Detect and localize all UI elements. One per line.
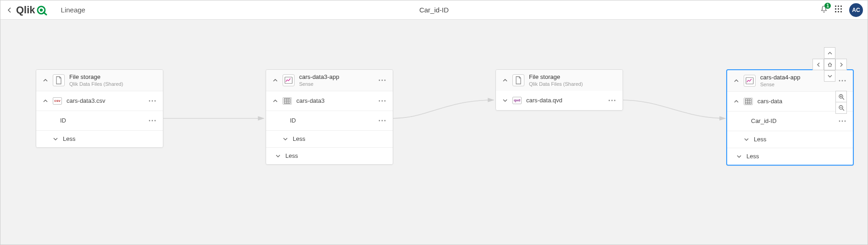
less-label: Less bbox=[285, 152, 388, 159]
node-title: File storage bbox=[529, 73, 618, 81]
svg-rect-3 bbox=[838, 6, 839, 7]
collapse-less-outer-row[interactable]: Less bbox=[727, 148, 853, 165]
zoom-in-button[interactable] bbox=[835, 91, 847, 102]
pan-control bbox=[812, 47, 847, 82]
node-subtitle: Qlik Data Files (Shared) bbox=[69, 81, 158, 87]
collapse-less-row[interactable]: Less bbox=[266, 131, 393, 148]
brand-text: Qlik bbox=[16, 4, 35, 16]
node-child-row[interactable]: csv cars-data3.csv bbox=[36, 91, 163, 111]
svg-point-14 bbox=[149, 120, 150, 121]
svg-rect-10 bbox=[840, 11, 842, 12]
chevron-up-icon[interactable] bbox=[41, 76, 50, 85]
field-name: ID bbox=[290, 117, 376, 124]
pan-home-button[interactable] bbox=[824, 59, 835, 70]
svg-point-1 bbox=[39, 8, 42, 11]
qlik-logo: Qlik bbox=[16, 4, 47, 16]
chevron-up-icon[interactable] bbox=[271, 96, 280, 106]
child-name: cars-data bbox=[757, 98, 836, 105]
chevron-down-icon bbox=[742, 135, 751, 144]
back-button[interactable] bbox=[5, 6, 14, 15]
chevron-down-icon bbox=[51, 134, 60, 144]
file-icon bbox=[53, 74, 65, 86]
node-title: cars-data3-app bbox=[299, 73, 376, 81]
pan-left-button[interactable] bbox=[812, 59, 824, 70]
node-header[interactable]: File storage Qlik Data Files (Shared) bbox=[36, 70, 163, 91]
qvd-icon: qvd bbox=[512, 97, 522, 104]
svg-rect-9 bbox=[838, 11, 839, 12]
svg-point-19 bbox=[382, 79, 383, 81]
page-name: Lineage bbox=[61, 6, 85, 14]
more-button[interactable] bbox=[376, 115, 388, 127]
more-button[interactable] bbox=[376, 74, 388, 86]
node-subtitle: Sense bbox=[299, 81, 376, 87]
svg-point-27 bbox=[382, 100, 383, 101]
svg-point-49 bbox=[845, 120, 846, 122]
notifications-button[interactable]: 1 bbox=[820, 5, 828, 15]
svg-line-51 bbox=[842, 98, 844, 100]
node-header[interactable]: File storage Qlik Data Files (Shared) bbox=[496, 70, 623, 91]
node-header[interactable]: cars-data3-app Sense bbox=[266, 70, 393, 91]
child-name: cars-data.qvd bbox=[526, 97, 606, 104]
zoom-control bbox=[835, 91, 847, 114]
collapse-less-row[interactable]: Less bbox=[727, 131, 853, 148]
app-icon bbox=[283, 74, 295, 86]
more-button[interactable] bbox=[606, 95, 618, 106]
chevron-down-icon[interactable] bbox=[501, 96, 510, 105]
pan-up-button[interactable] bbox=[824, 47, 835, 59]
svg-rect-39 bbox=[746, 99, 751, 104]
more-button[interactable] bbox=[146, 95, 158, 107]
lineage-node-app-2[interactable]: cars-data4-app Sense cars-data bbox=[726, 69, 854, 166]
app-launcher-button[interactable] bbox=[835, 5, 843, 15]
svg-point-33 bbox=[612, 100, 613, 101]
node-subtitle: Sense bbox=[760, 82, 836, 88]
lineage-node-app-1[interactable]: cars-data3-app Sense cars-data3 bbox=[266, 69, 393, 165]
zoom-out-button[interactable] bbox=[835, 102, 847, 114]
grid-icon bbox=[835, 5, 843, 13]
svg-rect-2 bbox=[835, 6, 836, 7]
node-child-row[interactable]: qvd cars-data.qvd bbox=[496, 91, 623, 110]
svg-rect-21 bbox=[284, 98, 290, 103]
csv-icon: csv bbox=[53, 97, 62, 105]
field-row[interactable]: ID bbox=[36, 111, 163, 131]
more-button[interactable] bbox=[836, 115, 848, 127]
svg-point-48 bbox=[842, 120, 843, 122]
svg-point-20 bbox=[384, 79, 386, 81]
notification-badge: 1 bbox=[824, 3, 831, 9]
child-name: cars-data3 bbox=[296, 97, 376, 104]
svg-line-55 bbox=[842, 109, 844, 111]
chevron-up-icon[interactable] bbox=[732, 76, 741, 85]
lineage-node-file-storage-2[interactable]: File storage Qlik Data Files (Shared) qv… bbox=[495, 69, 623, 111]
svg-point-31 bbox=[384, 120, 386, 121]
chevron-up-icon[interactable] bbox=[271, 76, 280, 85]
svg-point-30 bbox=[382, 120, 383, 121]
chevron-up-icon[interactable] bbox=[41, 96, 50, 106]
avatar[interactable]: AC bbox=[849, 3, 863, 17]
pan-down-button[interactable] bbox=[824, 70, 835, 82]
more-button[interactable] bbox=[376, 95, 388, 107]
node-child-row[interactable]: cars-data3 bbox=[266, 91, 393, 111]
app-icon bbox=[744, 75, 756, 87]
svg-point-26 bbox=[379, 100, 380, 101]
chevron-up-icon[interactable] bbox=[732, 97, 741, 106]
chevron-down-icon bbox=[273, 151, 283, 161]
collapse-less-row[interactable]: Less bbox=[36, 131, 163, 147]
less-label: Less bbox=[746, 153, 848, 160]
node-child-row[interactable]: cars-data bbox=[727, 92, 853, 111]
field-row[interactable]: ID bbox=[266, 111, 393, 131]
svg-rect-6 bbox=[838, 8, 839, 10]
collapse-less-outer-row[interactable]: Less bbox=[266, 148, 393, 164]
lineage-node-file-storage-1[interactable]: File storage Qlik Data Files (Shared) cs… bbox=[36, 69, 163, 148]
svg-point-18 bbox=[379, 79, 380, 81]
pan-right-button[interactable] bbox=[835, 59, 847, 70]
svg-point-28 bbox=[384, 100, 386, 101]
more-button[interactable] bbox=[146, 115, 158, 127]
table-icon bbox=[283, 97, 292, 105]
chevron-up-icon[interactable] bbox=[501, 76, 510, 85]
app-header: Qlik Lineage Car_id-ID 1 bbox=[0, 0, 868, 20]
lineage-canvas[interactable]: File storage Qlik Data Files (Shared) cs… bbox=[0, 20, 868, 245]
qlik-q-icon bbox=[36, 5, 47, 16]
svg-point-34 bbox=[614, 100, 616, 101]
file-icon bbox=[512, 74, 524, 86]
svg-point-13 bbox=[155, 100, 156, 101]
field-row[interactable]: Car_id-ID bbox=[727, 111, 853, 131]
